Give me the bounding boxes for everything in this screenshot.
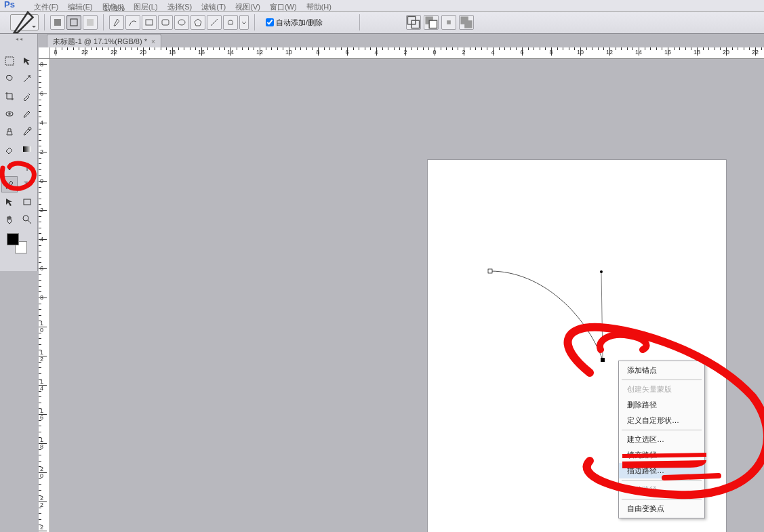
path-selection-tool[interactable]: [1, 194, 18, 210]
pen-tool-icon: [11, 9, 38, 36]
separator: [622, 499, 702, 499]
svg-rect-2: [87, 19, 94, 26]
svg-rect-12: [447, 20, 451, 24]
separator: [622, 480, 702, 480]
gradient-tool[interactable]: [19, 141, 35, 157]
menu-item[interactable]: 滤镜(T): [201, 2, 226, 12]
ctx-create-vector-mask: 创建矢量蒙版: [619, 382, 704, 397]
ruler-origin[interactable]: [39, 47, 50, 59]
auto-add-delete-input[interactable]: [266, 18, 274, 26]
eraser-tool[interactable]: [1, 141, 18, 157]
ctx-clipping-path: 剪贴路径…: [619, 482, 704, 497]
type-tool[interactable]: T: [19, 176, 35, 192]
clone-stamp-tool[interactable]: [1, 123, 18, 140]
divider: [254, 14, 255, 30]
path-op-add[interactable]: [406, 15, 421, 30]
svg-point-5: [178, 20, 185, 25]
anchor-point-selected[interactable]: [601, 358, 605, 362]
auto-add-delete-label: 自动添加/删除: [276, 18, 323, 28]
horizontal-ruler[interactable]: 8222220181614121086420246810121416182022: [50, 47, 764, 59]
menu-item[interactable]: 窗口(W): [270, 2, 297, 12]
shape-options-dropdown[interactable]: [239, 15, 249, 30]
move-tool[interactable]: [19, 53, 35, 69]
ctx-make-selection[interactable]: 建立选区…: [619, 432, 704, 447]
rectangle-shape-btn[interactable]: [142, 15, 157, 30]
path-op-subtract[interactable]: [424, 15, 439, 30]
svg-rect-14: [464, 20, 472, 28]
fill-pixels-mode[interactable]: [83, 15, 98, 30]
document-tab[interactable]: 未标题-1 @ 17.1%(RGB/8) * ×: [47, 34, 161, 47]
document-tab-label: 未标题-1 @ 17.1%(RGB/8) *: [53, 37, 147, 47]
svg-rect-3: [146, 20, 153, 25]
path-op-exclude[interactable]: [459, 15, 474, 30]
history-brush-tool[interactable]: [19, 123, 35, 140]
panel-grip[interactable]: [0, 34, 37, 43]
svg-point-16: [29, 75, 31, 77]
tool-preset-picker[interactable]: [10, 14, 39, 30]
svg-rect-19: [23, 146, 31, 152]
color-swatches[interactable]: [1, 232, 37, 259]
pen-tool-icon-btn[interactable]: [109, 15, 124, 30]
separator: [622, 380, 702, 380]
svg-line-25: [601, 272, 603, 360]
close-tab-icon[interactable]: ×: [151, 38, 155, 45]
svg-rect-11: [429, 20, 437, 28]
pen-tool[interactable]: [1, 176, 18, 192]
line-shape-btn[interactable]: [207, 15, 222, 30]
svg-rect-0: [54, 19, 61, 26]
dodge-tool[interactable]: [19, 159, 35, 175]
auto-add-delete-checkbox[interactable]: 自动添加/删除: [266, 18, 323, 28]
marquee-tool[interactable]: [1, 53, 18, 69]
rounded-rectangle-shape-btn[interactable]: [158, 15, 173, 30]
path-context-menu: 添加锚点 创建矢量蒙版 删除路径 定义自定形状… 建立选区… 填充路径… 描边路…: [618, 361, 705, 518]
crop-tool[interactable]: [1, 88, 18, 104]
work-area: 8222220181614121086420246810121416182022…: [39, 47, 764, 532]
separator: [622, 430, 702, 430]
menu-item[interactable]: 视图(V): [235, 2, 260, 12]
svg-text:T: T: [24, 180, 28, 188]
ctx-free-transform-points[interactable]: 自由变换点: [619, 501, 704, 516]
svg-marker-6: [195, 19, 201, 26]
paths-mode[interactable]: [66, 15, 81, 30]
path-op-intersect[interactable]: [441, 15, 456, 30]
anchor-point[interactable]: [488, 269, 492, 273]
vertical-ruler[interactable]: 864202468101214161820222426: [39, 59, 50, 532]
svg-point-20: [25, 163, 29, 167]
hand-tool[interactable]: [1, 211, 18, 228]
document-tab-bar: 未标题-1 @ 17.1%(RGB/8) * ×: [47, 34, 161, 47]
menu-item[interactable]: 编辑(E): [68, 2, 93, 12]
ctx-fill-path[interactable]: 填充路径…: [619, 447, 704, 463]
freeform-pen-icon-btn[interactable]: [125, 15, 140, 30]
ctx-add-anchor[interactable]: 添加锚点: [619, 363, 704, 378]
tool-options-bar: 自动添加/删除: [0, 12, 764, 34]
control-handle[interactable]: [600, 270, 603, 273]
brush-tool[interactable]: [19, 106, 35, 122]
divider: [359, 14, 360, 30]
eyedropper-tool[interactable]: [19, 88, 35, 104]
ellipse-shape-btn[interactable]: [174, 15, 189, 30]
foreground-color-swatch[interactable]: [7, 233, 19, 245]
magic-wand-tool[interactable]: [19, 70, 35, 87]
zoom-label: 17.1%: [104, 4, 125, 12]
lasso-tool[interactable]: [1, 70, 18, 87]
healing-brush-tool[interactable]: [1, 106, 18, 122]
rectangle-tool[interactable]: [19, 194, 35, 210]
menu-item[interactable]: 帮助(H): [306, 2, 331, 12]
blur-tool[interactable]: [1, 159, 18, 175]
divider: [103, 14, 104, 30]
menu-item[interactable]: 选择(S): [167, 2, 193, 12]
polygon-shape-btn[interactable]: [190, 15, 205, 30]
ctx-stroke-path[interactable]: 描边路径…: [619, 463, 704, 478]
shape-layers-mode[interactable]: [50, 15, 65, 30]
menu-bar: Ps 文件(F) 编辑(E) 图像(I) 图层(L) 选择(S) 滤镜(T) 视…: [0, 0, 764, 12]
menu-item[interactable]: 图层(L): [134, 2, 157, 12]
custom-shape-btn[interactable]: [223, 15, 238, 30]
zoom-tool[interactable]: [19, 211, 35, 228]
svg-line-24: [28, 220, 31, 224]
ctx-define-custom-shape[interactable]: 定义自定形状…: [619, 413, 704, 428]
ctx-delete-path[interactable]: 删除路径: [619, 397, 704, 413]
canvas-viewport[interactable]: 添加锚点 创建矢量蒙版 删除路径 定义自定形状… 建立选区… 填充路径… 描边路…: [50, 59, 764, 532]
svg-rect-22: [24, 199, 31, 205]
svg-rect-4: [162, 20, 169, 25]
divider: [44, 14, 45, 30]
